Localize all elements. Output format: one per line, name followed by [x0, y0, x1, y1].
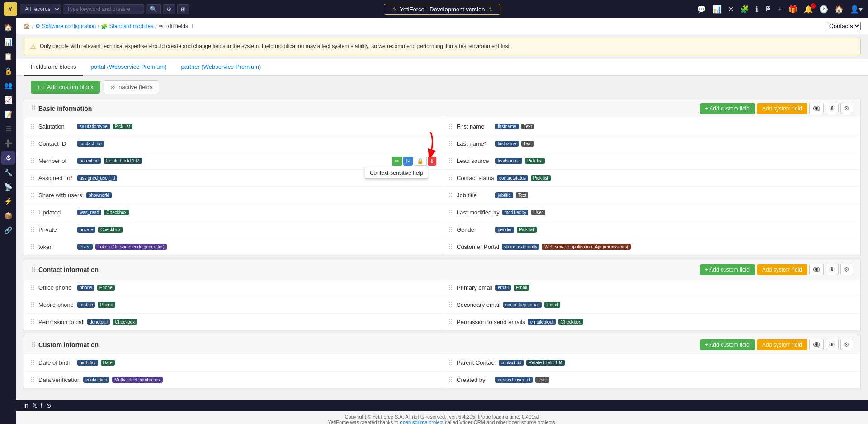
- tooltip-context-help: Context-sensitive help: [365, 167, 428, 179]
- drag-secondaryemail[interactable]: ⠿: [448, 300, 454, 310]
- linkedin-icon[interactable]: in: [24, 402, 28, 409]
- hide-contact[interactable]: 👁‍🗨: [809, 264, 824, 275]
- drag-dataverification[interactable]: ⠿: [29, 376, 36, 385]
- dashboard-button[interactable]: 📊: [711, 4, 723, 14]
- sidebar-chart[interactable]: 📈: [1, 93, 15, 107]
- sidebar-users[interactable]: 👥: [1, 79, 15, 92]
- tag-contact-id: contact_id: [499, 360, 524, 366]
- drag-lastname[interactable]: ⠿: [448, 139, 454, 148]
- sidebar-tools[interactable]: 🔧: [1, 166, 15, 179]
- drag-lastmodified[interactable]: ⠿: [448, 208, 454, 217]
- breadcrumb-edit-fields: ✏ Edit fields: [159, 23, 188, 29]
- drag-private[interactable]: ⠿: [29, 225, 36, 234]
- drag-permcall[interactable]: ⠿: [29, 318, 36, 327]
- drag-primaryemail[interactable]: ⠿: [448, 283, 454, 292]
- search-input[interactable]: [63, 4, 144, 14]
- settings-custom[interactable]: ⚙: [840, 339, 853, 350]
- settings-contact[interactable]: ⚙: [840, 264, 853, 275]
- add-custom-field-contact[interactable]: + Add custom field: [700, 264, 755, 275]
- home-button[interactable]: 🏠: [833, 4, 845, 14]
- sidebar-signal[interactable]: 📡: [1, 180, 15, 194]
- monitor-button[interactable]: 🖥: [763, 4, 774, 14]
- sidebar-reports[interactable]: 📋: [1, 50, 15, 63]
- twitter-icon[interactable]: 𝕏: [32, 402, 37, 409]
- sidebar-link[interactable]: 🔗: [1, 224, 15, 237]
- drag-sharewith[interactable]: ⠿: [29, 191, 36, 200]
- tag-shownerid: shownerid: [86, 192, 112, 198]
- sidebar-notes[interactable]: 📝: [1, 108, 15, 121]
- show-custom[interactable]: 👁: [826, 339, 839, 350]
- drag-dob[interactable]: ⠿: [29, 358, 36, 367]
- add-custom-field-custom[interactable]: + Add custom field: [700, 339, 755, 350]
- inactive-fields-button[interactable]: ⊘ Inactive fields: [104, 80, 160, 94]
- settings-basic[interactable]: ⚙: [840, 103, 853, 114]
- drag-memberof[interactable]: ⠿: [29, 157, 36, 166]
- chat-button[interactable]: 💬: [695, 4, 708, 14]
- tag-related-parent: Related field 1:M: [526, 360, 565, 366]
- add-custom-field-basic[interactable]: + Add custom field: [700, 103, 755, 114]
- hide-custom[interactable]: 👁‍🗨: [809, 339, 824, 350]
- drag-jobtitle[interactable]: ⠿: [448, 191, 454, 200]
- plus-button[interactable]: +: [776, 4, 784, 14]
- drag-leadsource[interactable]: ⠿: [448, 157, 454, 166]
- sidebar-package[interactable]: 📦: [1, 209, 15, 223]
- breadcrumb-home[interactable]: 🏠: [24, 23, 30, 29]
- bell-button[interactable]: 🔔1: [802, 4, 815, 14]
- drag-customerportal[interactable]: ⠿: [448, 243, 454, 252]
- settings-search-button[interactable]: ⚙: [163, 4, 175, 14]
- sidebar-home[interactable]: 🏠: [1, 21, 15, 34]
- sidebar-add[interactable]: ➕: [1, 137, 15, 150]
- add-system-field-contact[interactable]: Add system field: [757, 264, 807, 275]
- sidebar-lightning[interactable]: ⚡: [1, 195, 15, 208]
- drag-parentcontact[interactable]: ⠿: [448, 358, 454, 367]
- show-fields-basic[interactable]: 👁: [826, 103, 839, 114]
- sidebar-dashboard[interactable]: 📊: [1, 35, 15, 49]
- drag-gender[interactable]: ⠿: [448, 225, 454, 234]
- add-custom-block-button[interactable]: + + Add custom block: [31, 81, 100, 94]
- github-icon[interactable]: ⊙: [46, 402, 52, 409]
- drag-assignedto[interactable]: ⠿: [29, 174, 36, 183]
- drag-updated[interactable]: ⠿: [29, 208, 36, 217]
- copy-memberof[interactable]: ⎘: [403, 157, 413, 166]
- tab-fields-blocks[interactable]: Fields and blocks: [24, 59, 83, 76]
- breadcrumb-standard-modules[interactable]: 🧩 Standard modules: [101, 23, 153, 29]
- drag-permsendemails[interactable]: ⠿: [448, 318, 454, 327]
- gift-button[interactable]: 🎁: [787, 4, 799, 14]
- help-memberof[interactable]: ℹ: [428, 157, 436, 166]
- tab-portal[interactable]: portal (Webservice Premium): [83, 59, 174, 76]
- hide-fields-basic[interactable]: 👁‍🗨: [809, 103, 824, 114]
- show-contact[interactable]: 👁: [826, 264, 839, 275]
- history-button[interactable]: 🕐: [817, 4, 830, 14]
- sidebar-lock[interactable]: 🔒: [1, 64, 15, 78]
- drag-mobilephone[interactable]: ⠿: [29, 300, 36, 310]
- breadcrumb-info-icon[interactable]: ℹ: [192, 23, 194, 29]
- drag-contactid[interactable]: ⠿: [29, 139, 36, 148]
- add-system-field-custom[interactable]: Add system field: [757, 339, 807, 350]
- edit-memberof[interactable]: ✏: [392, 157, 402, 166]
- footer-oss-link[interactable]: open source project: [400, 419, 444, 424]
- breadcrumb-software-config[interactable]: ⚙ Software configuration: [35, 23, 96, 29]
- drag-contactstatus[interactable]: ⠿: [448, 174, 454, 183]
- drag-salutation[interactable]: ⠿: [29, 122, 36, 131]
- drag-firstname[interactable]: ⠿: [448, 122, 454, 131]
- search-button[interactable]: 🔍: [146, 4, 161, 14]
- drag-createdby[interactable]: ⠿: [448, 376, 454, 385]
- drag-officephone[interactable]: ⠿: [29, 283, 36, 292]
- contacts-dropdown[interactable]: Contacts: [827, 22, 861, 30]
- add-system-field-basic[interactable]: Add system field: [757, 103, 807, 114]
- drag-token[interactable]: ⠿: [29, 243, 36, 252]
- puzzle-button[interactable]: 🧩: [738, 4, 751, 14]
- lock-memberof[interactable]: 🔒: [414, 157, 427, 166]
- record-type-select[interactable]: All records: [20, 4, 61, 14]
- sidebar-menu[interactable]: ☰: [1, 122, 15, 136]
- user-menu-button[interactable]: 👤▾: [848, 4, 864, 14]
- close-button[interactable]: ✕: [726, 4, 736, 14]
- field-row-contactid: ⠿ Contact ID contact_no: [24, 135, 442, 152]
- grid-view-button[interactable]: ⊞: [177, 4, 189, 14]
- info-button[interactable]: ℹ: [754, 4, 760, 14]
- logo[interactable]: Y: [4, 2, 17, 16]
- tab-partner[interactable]: partner (Webservice Premium): [174, 59, 269, 76]
- sidebar-settings[interactable]: ⚙: [1, 151, 15, 165]
- facebook-icon[interactable]: f: [41, 402, 42, 409]
- warning-bar: ⚠ Only people with relevant technical ex…: [24, 38, 861, 55]
